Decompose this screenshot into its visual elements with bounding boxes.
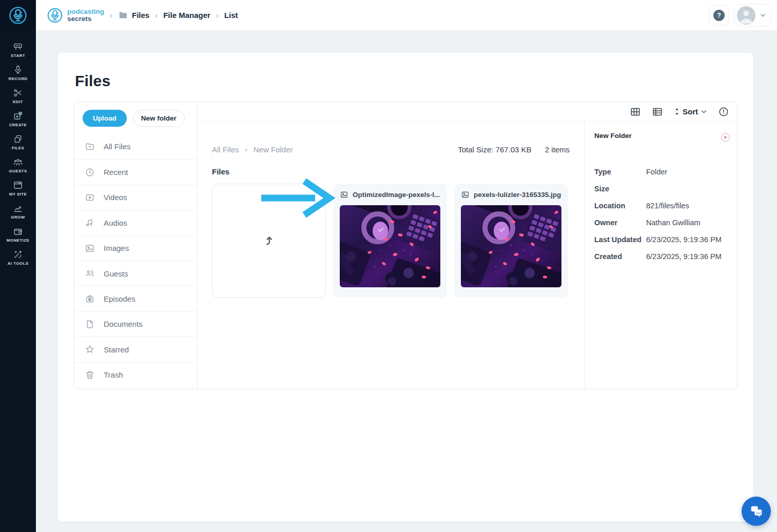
detail-row-owner: OwnerNathan Gwilliam [594,218,727,227]
rail-item-label: MONETIZE [7,238,30,243]
grid-view-button[interactable] [630,106,641,117]
rail-item-grow[interactable]: GROW [0,200,36,223]
items-count-label: 2 items [545,145,570,154]
library-item-audios[interactable]: Audios [74,210,197,235]
brand-logo[interactable]: podcasting secrets [46,7,104,24]
app-logo[interactable] [0,0,36,31]
library-item-trash[interactable]: Trash [74,362,197,387]
account-menu-button[interactable] [734,4,772,27]
detail-row-last-updated: Last Updated6/23/2025, 9:19:36 PM [594,235,727,244]
help-button[interactable]: ? [709,5,729,26]
new-folder-button[interactable]: New folder [133,110,185,127]
sort-button[interactable]: Sort [674,107,707,116]
breadcrumb-separator: › [155,11,158,19]
library-item-label: Videos [104,193,127,202]
content-card: Files Upload New folder All Files [58,53,753,522]
chat-widget-button[interactable] [742,497,771,526]
microphone-icon [13,65,23,75]
rail-item-ai-tools[interactable]: AI TOOLS [0,246,36,269]
details-title: New Folder [594,132,632,140]
brand-name: podcasting secrets [67,8,104,23]
chevron-right-icon: › [245,146,247,153]
brand-mic-icon [46,7,64,24]
breadcrumb-file-manager[interactable]: File Manager [163,11,210,19]
rail-item-label: AI TOOLS [8,261,29,266]
rail-item-start[interactable]: START [0,38,36,61]
library-item-label: Documents [104,320,143,328]
library-item-images[interactable]: Images [74,235,197,261]
image-file-icon [461,190,470,199]
folder-breadcrumb: All Files › New Folder [212,145,293,154]
files-area: All Files › New Folder Total Size: 767.0… [198,122,584,389]
library-item-recent[interactable]: Recent [74,159,197,184]
grid-view-icon [630,106,641,117]
wallet-icon [13,226,23,237]
rail-item-create[interactable]: CREATE [0,107,36,130]
folder-icon [118,10,128,20]
breadcrumb-separator: › [216,11,219,19]
chevron-down-icon [760,12,766,18]
mic-logo-icon [8,5,28,26]
list-view-button[interactable] [652,106,663,117]
alert-circle-icon [718,106,729,117]
image-file-icon [340,190,348,199]
library-item-episodes[interactable]: Episodes [74,286,197,311]
breadcrumb-list[interactable]: List [224,11,238,19]
go-up-folder-card[interactable] [212,184,326,298]
upload-button[interactable]: Upload [83,110,127,127]
browser-window-icon [13,180,23,190]
library-item-label: Guests [104,269,128,278]
close-details-button[interactable]: ✕ [721,133,730,142]
app-rail: START RECORD EDIT CREATE FILES GUESTS MY… [0,0,36,532]
files-stack-icon [13,134,23,144]
close-icon: ✕ [724,135,728,140]
clock-icon [85,167,95,178]
file-card[interactable]: OptimizedImage-pexels-l... [333,184,447,298]
crumb-new-folder[interactable]: New Folder [254,145,293,154]
page-body: Files Upload New folder All Files [36,31,777,532]
library-item-all-files[interactable]: All Files [74,134,197,159]
episode-icon [85,294,95,304]
breadcrumb-separator: › [110,11,112,19]
list-view-icon [652,106,663,117]
library-item-label: Images [104,244,129,252]
chat-bubbles-icon [749,504,764,519]
growth-chart-icon [13,203,23,213]
library-item-documents[interactable]: Documents [74,311,197,337]
rail-item-guests[interactable]: GUESTS [0,153,36,176]
top-header: podcasting secrets › Files › File Manage… [36,0,777,31]
guests-icon [85,268,95,279]
chevron-down-icon [701,108,707,115]
file-thumbnail [461,205,561,287]
library-item-label: Audios [104,219,127,227]
file-thumbnail [340,205,440,287]
music-note-icon [85,218,95,228]
avatar [737,6,755,25]
page-title: Files [75,72,737,90]
rail-item-record[interactable]: RECORD [0,61,36,84]
rail-item-label: GROW [11,215,25,220]
sort-label: Sort [683,107,698,116]
rail-item-files[interactable]: FILES [0,130,36,153]
info-button[interactable] [718,106,729,117]
video-icon [85,192,95,203]
rail-item-my-site[interactable]: MY SITE [0,176,36,200]
library-item-guests[interactable]: Guests [74,261,197,286]
library-item-starred[interactable]: Starred [74,337,197,362]
file-card[interactable]: pexels-lulizler-3165335.jpg [454,184,568,298]
file-name: OptimizedImage-pexels-l... [353,191,440,199]
rail-item-monetize[interactable]: MONETIZE [0,223,36,246]
star-icon [85,344,95,354]
create-plus-icon [13,111,23,121]
library-item-label: All Files [104,142,131,151]
crumb-all-files[interactable]: All Files [212,145,239,154]
breadcrumb-files[interactable]: Files [132,11,149,19]
library-item-videos[interactable]: Videos [74,185,197,210]
people-icon [13,157,23,167]
view-toolbar: Sort [198,102,737,122]
details-panel: New Folder ✕ TypeFolder Size [584,122,737,389]
file-manager-panel: Upload New folder All Files Recent [74,102,737,389]
library-item-label: Episodes [104,294,135,303]
rail-item-edit[interactable]: EDIT [0,84,36,107]
scissors-icon [13,88,23,98]
